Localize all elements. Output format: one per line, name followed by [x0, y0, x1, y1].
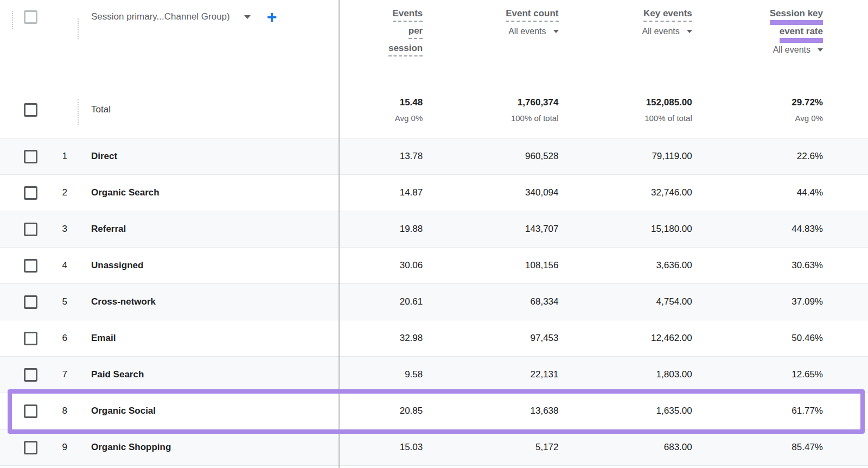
total-key-events: 152,085.00 [609, 97, 692, 108]
session-key-event-rate-value: 12.65% [740, 369, 868, 380]
key-events-value: 12,462.00 [609, 333, 740, 344]
events-per-session-value: 9.58 [340, 369, 475, 380]
select-all-checkbox[interactable] [24, 10, 37, 24]
channel-name: Organic Shopping [91, 442, 171, 453]
table-row: 3 Referral 19.88 143,707 15,180.00 44.83… [0, 211, 868, 248]
session-key-event-rate-value: 22.6% [740, 151, 868, 162]
session-key-event-rate-value: 61.77% [740, 406, 868, 416]
event-filter-dropdown[interactable]: All events [740, 45, 823, 55]
column-header-key-events[interactable]: Key events All events [609, 8, 740, 81]
events-per-session-value: 20.61 [340, 296, 475, 307]
channel-name: Paid Search [91, 369, 144, 380]
row-checkbox[interactable] [24, 441, 37, 454]
row-index: 6 [37, 333, 67, 344]
event-filter-dropdown[interactable]: All events [475, 27, 558, 36]
column-header-line-highlighted: event rate [780, 26, 823, 43]
row-index: 9 [37, 442, 67, 453]
key-events-value: 32,746.00 [609, 187, 740, 198]
column-header-line: per [409, 25, 423, 39]
events-per-session-value: 30.06 [340, 260, 475, 271]
add-dimension-icon[interactable]: + [267, 11, 277, 23]
column-header-line: Events [393, 8, 423, 22]
channel-name: Email [91, 333, 116, 344]
row-index: 7 [37, 369, 67, 380]
total-sub-label: 100% of total [475, 113, 558, 123]
total-row: Total 15.48Avg 0% 1,760,374100% of total… [0, 81, 868, 138]
total-events-per-session: 15.48 [340, 97, 423, 108]
events-per-session-value: 32.98 [340, 333, 475, 344]
row-checkbox[interactable] [24, 404, 37, 418]
row-checkbox[interactable] [24, 368, 37, 382]
chevron-down-icon [687, 30, 692, 33]
session-key-event-rate-value: 44.83% [740, 224, 868, 235]
column-resize-handle[interactable] [78, 99, 79, 125]
row-checkbox[interactable] [24, 150, 37, 163]
dimension-header-dropdown[interactable]: Session primary...Channel Group) [91, 11, 251, 22]
total-label: Total [91, 104, 111, 115]
row-checkbox[interactable] [24, 103, 37, 117]
row-checkbox[interactable] [24, 259, 37, 273]
column-header-line: session [388, 42, 423, 56]
event-filter-label: All events [773, 45, 810, 55]
event-filter-label: All events [508, 27, 546, 36]
event-count-value: 5,172 [475, 442, 609, 453]
dimension-header: Session primary...Channel Group) + [0, 0, 340, 34]
total-session-key-event-rate: 29.72% [740, 97, 823, 108]
row-index: 1 [37, 151, 67, 162]
column-header-line-highlighted: Session key [770, 8, 823, 25]
row-checkbox[interactable] [24, 223, 37, 236]
event-filter-label: All events [642, 27, 679, 36]
event-count-value: 68,334 [475, 296, 609, 307]
total-sub-label: Avg 0% [340, 113, 423, 123]
column-resize-handle[interactable] [12, 11, 13, 29]
channel-name: Unassigned [91, 260, 143, 271]
row-index: 8 [37, 406, 67, 416]
total-event-count: 1,760,374 [475, 97, 558, 108]
table-header: Session primary...Channel Group) + Event… [0, 0, 868, 81]
table-row: 6 Email 32.98 97,453 12,462.00 50.46% [0, 320, 868, 357]
chevron-down-icon [818, 48, 823, 52]
row-checkbox[interactable] [24, 295, 37, 309]
column-header-event-count[interactable]: Event count All events [475, 8, 609, 81]
column-header-session-key-event-rate[interactable]: Session key event rate All events [740, 8, 868, 81]
row-index: 5 [37, 296, 67, 307]
table-row: 7 Paid Search 9.58 22,131 1,803.00 12.65… [0, 357, 868, 393]
channel-name: Organic Search [91, 187, 159, 198]
key-events-value: 4,754.00 [609, 296, 740, 307]
table-row: 5 Cross-network 20.61 68,334 4,754.00 37… [0, 284, 868, 320]
events-per-session-value: 19.88 [340, 224, 475, 235]
event-count-value: 97,453 [475, 333, 609, 344]
events-per-session-value: 13.78 [340, 151, 475, 162]
key-events-value: 3,636.00 [609, 260, 740, 271]
row-checkbox[interactable] [24, 332, 37, 345]
key-events-value: 1,803.00 [609, 369, 740, 380]
event-count-value: 108,156 [475, 260, 609, 271]
channel-name: Cross-network [91, 296, 156, 307]
table-row: 2 Organic Search 14.87 340,094 32,746.00… [0, 175, 868, 211]
column-header-events-per-session[interactable]: Events per session [340, 8, 475, 81]
events-per-session-value: 14.87 [340, 187, 475, 198]
key-events-value: 683.00 [609, 442, 740, 453]
row-index: 3 [37, 224, 67, 235]
pane-divider [339, 0, 340, 468]
column-resize-handle[interactable] [78, 18, 79, 39]
session-key-event-rate-value: 50.46% [740, 333, 868, 344]
column-header-line: Key events [643, 8, 692, 22]
events-per-session-value: 15.03 [340, 442, 475, 453]
row-index: 4 [37, 260, 67, 271]
session-key-event-rate-value: 30.63% [740, 260, 868, 271]
channel-name: Direct [91, 151, 117, 162]
key-events-value: 15,180.00 [609, 224, 740, 235]
chevron-down-icon [553, 30, 559, 33]
total-sub-label: Avg 0% [740, 113, 823, 123]
event-count-value: 143,707 [475, 224, 609, 235]
column-header-line: Event count [506, 8, 558, 22]
event-count-value: 340,094 [475, 187, 609, 198]
event-count-value: 13,638 [475, 406, 609, 416]
row-index: 2 [37, 187, 67, 198]
event-filter-dropdown[interactable]: All events [609, 27, 692, 36]
event-count-value: 22,131 [475, 369, 609, 380]
row-checkbox[interactable] [24, 186, 37, 200]
session-key-event-rate-value: 37.09% [740, 296, 868, 307]
table-row: 1 Direct 13.78 960,528 79,119.00 22.6% [0, 138, 868, 175]
